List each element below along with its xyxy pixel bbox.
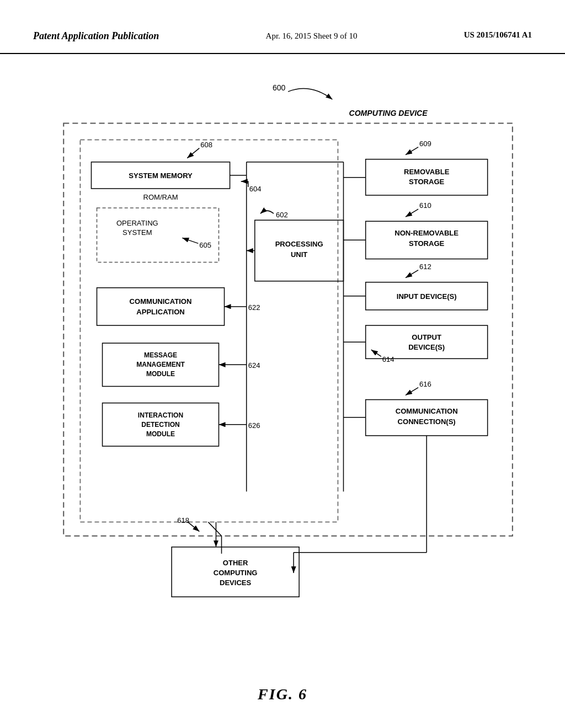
svg-text:SYSTEM MEMORY: SYSTEM MEMORY [129,172,193,180]
svg-text:OUTPUT: OUTPUT [412,333,441,341]
svg-text:616: 616 [419,380,431,388]
figure-label: FIG. 6 [0,686,565,703]
svg-text:626: 626 [248,421,260,430]
svg-rect-4 [63,123,513,536]
svg-rect-55 [366,325,488,358]
svg-text:INTERACTION: INTERACTION [138,411,183,419]
svg-text:DEVICES: DEVICES [220,579,252,587]
svg-text:MODULE: MODULE [146,370,175,378]
svg-text:COMPUTING DEVICE: COMPUTING DEVICE [349,109,428,117]
svg-text:609: 609 [419,140,431,148]
page: Patent Application Publication Apr. 16, … [0,0,565,728]
svg-text:UNIT: UNIT [291,250,307,259]
svg-text:COMMUNICATION: COMMUNICATION [396,407,458,415]
svg-text:REMOVABLE: REMOVABLE [404,168,450,176]
svg-text:610: 610 [419,201,431,210]
svg-text:COMPUTING: COMPUTING [214,569,258,577]
header: Patent Application Publication Apr. 16, … [0,0,565,54]
fig6-diagram: 600 COMPUTING DEVICE 608 SYSTEM MEMORY R… [33,71,532,658]
svg-rect-22 [97,288,225,325]
header-patent-number: US 2015/106741 A1 [464,30,532,40]
svg-text:OPERATING: OPERATING [116,219,158,227]
svg-text:605: 605 [199,241,211,249]
svg-text:600: 600 [273,83,286,92]
svg-text:ROM/RAM: ROM/RAM [143,193,178,201]
svg-text:COMMUNICATION: COMMUNICATION [130,297,192,306]
svg-text:602: 602 [276,211,288,219]
svg-text:612: 612 [419,263,431,271]
svg-text:CONNECTION(S): CONNECTION(S) [398,417,456,426]
svg-text:STORAGE: STORAGE [409,178,445,186]
header-publication-label: Patent Application Publication [33,30,159,42]
diagram-area: 600 COMPUTING DEVICE 608 SYSTEM MEMORY R… [0,54,565,669]
svg-text:MESSAGE: MESSAGE [144,351,177,359]
svg-text:614: 614 [382,355,395,363]
svg-text:NON-REMOVABLE: NON-REMOVABLE [395,229,459,237]
svg-text:604: 604 [249,185,262,193]
svg-text:MANAGEMENT: MANAGEMENT [136,361,185,368]
svg-text:624: 624 [248,361,260,370]
svg-text:608: 608 [200,141,212,149]
svg-text:MODULE: MODULE [146,430,175,438]
svg-rect-10 [97,208,219,262]
svg-text:APPLICATION: APPLICATION [136,308,184,316]
svg-rect-5 [80,140,338,522]
svg-text:INPUT DEVICE(S): INPUT DEVICE(S) [397,292,457,301]
svg-text:PROCESSING: PROCESSING [275,240,323,248]
svg-text:STORAGE: STORAGE [409,239,445,248]
svg-text:OTHER: OTHER [223,559,248,567]
svg-text:622: 622 [248,303,260,312]
svg-text:SYSTEM: SYSTEM [122,228,152,237]
svg-text:618: 618 [177,516,189,524]
header-sheet-info: Apr. 16, 2015 Sheet 9 of 10 [266,30,358,42]
svg-text:DETECTION: DETECTION [141,421,180,429]
svg-text:DEVICE(S): DEVICE(S) [408,343,445,351]
